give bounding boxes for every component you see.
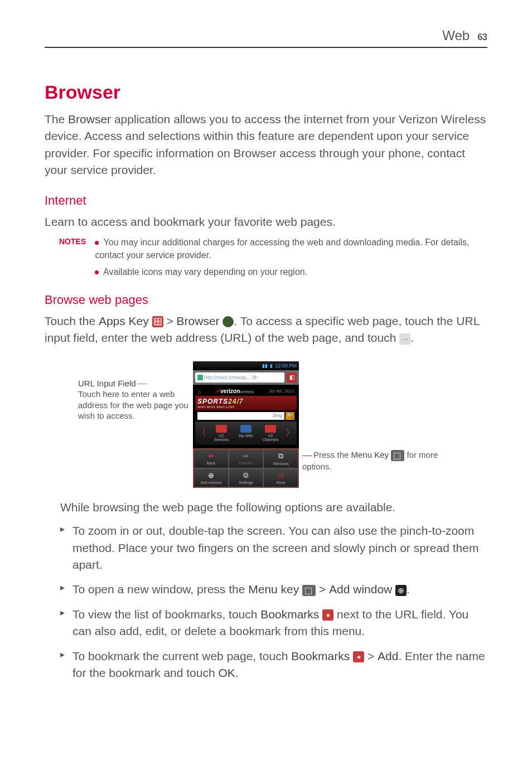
favicon-icon	[197, 375, 203, 380]
bookmarks-icon	[322, 609, 333, 621]
page-title: Browser	[45, 81, 487, 103]
page-header: Web 63	[45, 28, 487, 48]
carousel-item[interactable]: My Web	[236, 425, 256, 442]
browser-icon	[223, 316, 234, 327]
notes-label: NOTES	[59, 236, 93, 247]
menu-windows[interactable]: ⧉Windows	[263, 449, 298, 468]
url-input[interactable]: http://mw2.vzwwap... ⟳	[195, 372, 284, 382]
apps-key-label: Apps Key	[99, 314, 149, 327]
url-bar: http://mw2.vzwwap... ⟳ ◧	[193, 370, 299, 385]
url-text: http://mw2.vzwwap...	[204, 375, 251, 380]
refresh-icon[interactable]: ⟳	[252, 374, 259, 381]
bullet-icon	[95, 241, 99, 245]
browser-label: Browser	[177, 314, 220, 327]
note-text: You may incur additional charges for acc…	[95, 238, 469, 260]
browse-paragraph: Touch the Apps Key > Browser . To access…	[45, 313, 487, 347]
sports-banner[interactable]: SPORTS24/7 WHO WON. WHO LOST.	[195, 396, 297, 410]
intro-bold: Browser	[68, 113, 111, 125]
list-item: To bookmark the current web page, touch …	[60, 648, 487, 682]
callout-line	[137, 384, 147, 384]
header-page-number: 63	[477, 32, 487, 42]
phone-screenshot: ▮▮ ▮ 12:00 PM http://mw2.vzwwap... ⟳ ◧ ⌂…	[193, 361, 299, 488]
bullet-icon	[95, 270, 99, 274]
internet-heading: Internet	[45, 193, 487, 208]
note-text: Available icons may vary depending on yo…	[103, 267, 307, 277]
internet-lead: Learn to access and bookmark your favori…	[45, 214, 487, 230]
list-item: To open a new window, press the Menu key…	[60, 581, 487, 598]
menu-key-icon	[391, 450, 404, 461]
bing-search-button[interactable]: 🔍	[286, 412, 294, 420]
page-date: Jul 9th, 2011	[269, 389, 294, 394]
header-section: Web	[442, 28, 470, 43]
battery-icon: ▮	[270, 363, 273, 369]
status-time: 12:00 PM	[275, 363, 297, 369]
go-arrow-icon: →	[399, 333, 410, 345]
carousel-next[interactable]: 〉	[286, 427, 294, 439]
add-window-icon: ⊕	[395, 585, 407, 596]
status-bar: ▮▮ ▮ 12:00 PM	[193, 361, 299, 370]
carousel-prev[interactable]: 〈	[197, 427, 206, 439]
home-icon[interactable]: ⌂	[197, 388, 201, 395]
intro-paragraph: The Browser application allows you to ac…	[45, 111, 487, 179]
callout-desc: Touch here to enter a web address for th…	[78, 389, 188, 420]
menu-back[interactable]: ⬅Back	[194, 449, 229, 468]
note-item: You may incur additional charges for acc…	[95, 236, 485, 262]
signal-icon: ▮▮	[262, 363, 268, 369]
bullet-list: To zoom in or out, double-tap the screen…	[60, 522, 487, 682]
bookmarks-button[interactable]: ◧	[287, 372, 297, 382]
callout-line	[302, 456, 312, 456]
menu-forward[interactable]: ➡Forward	[229, 449, 264, 468]
callout-menu-key: Press the Menu Key for more options.	[302, 449, 447, 472]
carousel: 〈 VZ Services My Web VZ Channels 〉	[195, 422, 297, 445]
callout-title: URL Input Field	[78, 379, 136, 388]
text-fragment: Touch the	[45, 314, 99, 327]
figure: URL Input Field Touch here to enter a we…	[78, 361, 487, 488]
page-content: ⌂ ✔verizonwireless Jul 9th, 2011 SPORTS2…	[193, 385, 299, 447]
carrier-logo: ✔verizonwireless	[216, 388, 254, 394]
menu-more[interactable]: ◷More	[263, 468, 298, 487]
menu-key-icon	[302, 585, 316, 596]
bing-search-input[interactable]: bing	[197, 412, 284, 420]
browse-heading: Browse web pages	[45, 293, 487, 307]
apps-key-icon	[152, 316, 163, 327]
menu-add-window[interactable]: ⊕Add window	[194, 468, 229, 487]
after-figure-text: While browsing the web page the followin…	[60, 499, 487, 516]
list-item: To view the list of bookmarks, touch Boo…	[60, 606, 487, 640]
notes-block: NOTES You may incur additional charges f…	[59, 236, 487, 282]
list-item: To zoom in or out, double-tap the screen…	[60, 522, 487, 573]
text-fragment: >	[163, 314, 177, 327]
carousel-item[interactable]: VZ Services	[211, 425, 231, 442]
menu-settings[interactable]: ⚙Settings	[229, 468, 264, 487]
bookmarks-icon	[353, 651, 364, 662]
search-row: bing 🔍	[195, 410, 297, 422]
browser-menu: ⬅Back ➡Forward ⧉Windows ⊕Add window ⚙Set…	[193, 448, 299, 488]
carousel-item[interactable]: VZ Channels	[260, 425, 280, 442]
note-item: Available icons may vary depending on yo…	[95, 265, 485, 278]
text-fragment: Press the	[313, 450, 351, 459]
callout-url-field: URL Input Field Touch here to enter a we…	[78, 361, 190, 422]
menu-key-label: Menu Key	[351, 450, 389, 459]
